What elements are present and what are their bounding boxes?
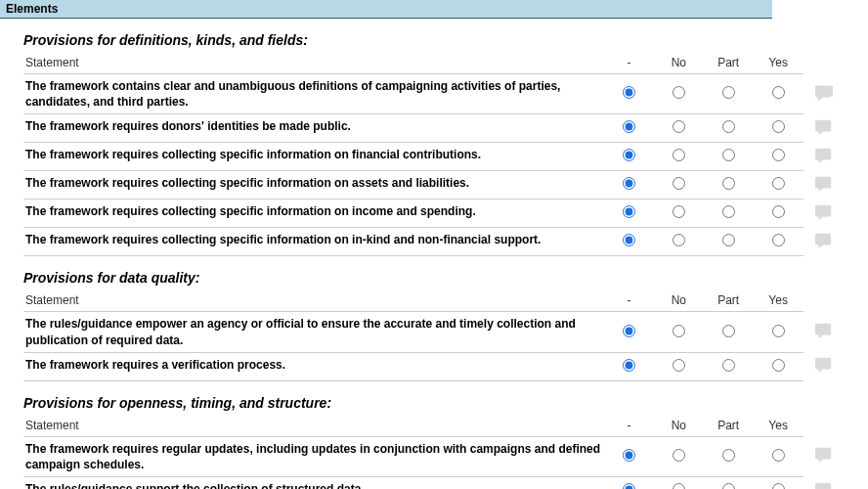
col-statement-header: Statement <box>23 52 604 74</box>
col-yes-header: Yes <box>754 289 803 312</box>
table-row: The framework requires regular updates, … <box>23 436 845 476</box>
tab-elements[interactable]: Elements <box>0 0 772 19</box>
col-dash-header: - <box>604 52 654 74</box>
content-area: Provisions for definitions, kinds, and f… <box>0 32 868 489</box>
option-no[interactable] <box>673 359 685 372</box>
table-header-row: Statement - No Part Yes <box>23 289 845 312</box>
option-part[interactable] <box>722 325 735 337</box>
col-statement-header: Statement <box>23 289 604 312</box>
comment-icon[interactable] <box>813 329 835 342</box>
section-heading: Provisions for definitions, kinds, and f… <box>23 32 868 48</box>
table-row: The framework requires collecting specif… <box>23 228 845 256</box>
option-dash[interactable] <box>623 325 635 337</box>
col-no-header: No <box>654 289 704 312</box>
option-dash[interactable] <box>623 86 635 99</box>
option-no[interactable] <box>673 449 685 462</box>
option-yes[interactable] <box>772 449 785 462</box>
col-dash-header: - <box>604 415 654 437</box>
statement-text: The rules/guidance empower an agency or … <box>25 317 576 346</box>
option-no[interactable] <box>673 177 685 190</box>
option-dash[interactable] <box>623 120 635 133</box>
comment-icon[interactable] <box>813 125 835 139</box>
comment-icon[interactable] <box>813 154 835 167</box>
comment-icon[interactable] <box>813 239 835 252</box>
col-dash-header: - <box>604 289 654 312</box>
col-statement-header: Statement <box>23 415 604 437</box>
section-table: Statement - No Part Yes The framework re… <box>23 415 845 489</box>
comment-icon[interactable] <box>813 91 835 105</box>
col-yes-header: Yes <box>754 415 803 437</box>
statement-text: The framework requires collecting specif… <box>25 148 481 161</box>
option-yes[interactable] <box>772 205 785 218</box>
comment-icon[interactable] <box>813 210 835 224</box>
option-part[interactable] <box>722 234 735 246</box>
option-dash[interactable] <box>623 449 635 462</box>
table-row: The framework requires a verification pr… <box>23 352 845 380</box>
option-yes[interactable] <box>772 86 785 99</box>
section-table: Statement - No Part Yes The rules/guidan… <box>23 289 845 380</box>
table-row: The rules/guidance empower an agency or … <box>23 312 845 352</box>
option-dash[interactable] <box>623 205 635 218</box>
col-yes-header: Yes <box>754 52 803 74</box>
statement-text: The framework requires donors' identitie… <box>25 119 351 133</box>
option-part[interactable] <box>722 120 735 133</box>
option-yes[interactable] <box>772 177 785 190</box>
table-header-row: Statement - No Part Yes <box>23 52 845 74</box>
option-no[interactable] <box>673 149 685 161</box>
option-yes[interactable] <box>772 359 785 372</box>
table-row: The framework requires collecting specif… <box>23 171 845 200</box>
option-dash[interactable] <box>623 177 635 190</box>
option-no[interactable] <box>673 325 685 337</box>
col-part-header: Part <box>704 289 754 312</box>
table-row: The framework requires donors' identitie… <box>23 114 845 143</box>
col-part-header: Part <box>704 415 754 437</box>
section-heading: Provisions for openness, timing, and str… <box>23 395 868 411</box>
col-comment-header <box>803 289 845 312</box>
option-no[interactable] <box>673 234 685 246</box>
col-no-header: No <box>654 52 704 74</box>
table-row: The framework requires collecting specif… <box>23 143 845 171</box>
option-dash[interactable] <box>623 359 635 372</box>
option-yes[interactable] <box>772 325 785 337</box>
statement-text: The framework requires collecting specif… <box>25 176 469 190</box>
comment-icon[interactable] <box>813 453 835 467</box>
section-heading: Provisions for data quality: <box>23 270 868 286</box>
option-dash[interactable] <box>623 234 635 246</box>
comment-icon[interactable] <box>813 363 835 377</box>
statement-text: The framework requires collecting specif… <box>25 233 541 246</box>
tab-label: Elements <box>6 2 58 16</box>
col-comment-header <box>803 415 845 437</box>
col-comment-header <box>803 52 845 74</box>
option-dash[interactable] <box>623 483 635 489</box>
option-part[interactable] <box>722 177 735 190</box>
option-no[interactable] <box>673 86 685 99</box>
option-no[interactable] <box>673 205 685 218</box>
option-part[interactable] <box>722 205 735 218</box>
section-table: Statement - No Part Yes The framework co… <box>23 52 845 256</box>
option-yes[interactable] <box>772 120 785 133</box>
statement-text: The rules/guidance support the collectio… <box>25 482 365 489</box>
table-header-row: Statement - No Part Yes <box>23 415 845 437</box>
option-part[interactable] <box>722 149 735 161</box>
option-part[interactable] <box>722 359 735 372</box>
statement-text: The framework contains clear and unambig… <box>25 79 560 109</box>
table-row: The rules/guidance support the collectio… <box>23 477 845 489</box>
option-part[interactable] <box>722 483 735 489</box>
option-yes[interactable] <box>772 149 785 161</box>
option-no[interactable] <box>673 120 685 133</box>
statement-text: The framework requires a verification pr… <box>25 358 285 372</box>
col-no-header: No <box>654 415 704 437</box>
col-part-header: Part <box>704 52 754 74</box>
option-part[interactable] <box>722 449 735 462</box>
statement-text: The framework requires regular updates, … <box>25 442 600 471</box>
comment-icon[interactable] <box>813 182 835 196</box>
option-dash[interactable] <box>623 149 635 161</box>
option-yes[interactable] <box>772 234 785 246</box>
table-row: The framework requires collecting specif… <box>23 200 845 228</box>
option-part[interactable] <box>722 86 735 99</box>
option-yes[interactable] <box>772 483 785 489</box>
option-no[interactable] <box>673 483 685 489</box>
statement-text: The framework requires collecting specif… <box>25 204 476 218</box>
table-row: The framework contains clear and unambig… <box>23 74 845 114</box>
